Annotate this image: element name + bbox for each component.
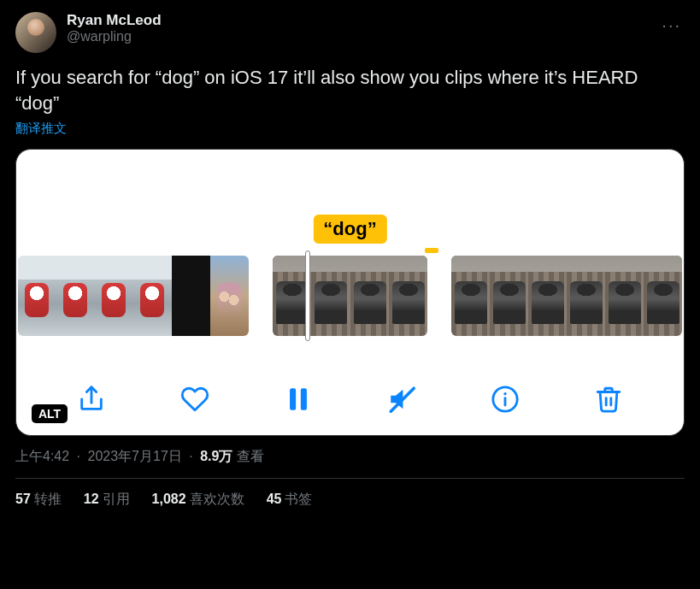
stats-row: 57转推 12引用 1,082喜欢次数 45书签: [15, 491, 685, 509]
trash-icon[interactable]: [591, 382, 626, 416]
video-frame: [133, 256, 172, 336]
media-card[interactable]: “dog”: [15, 149, 685, 436]
tweet-container: Ryan McLeod @warpling ··· If you search …: [0, 0, 700, 521]
translate-link[interactable]: 翻译推文: [15, 121, 67, 137]
views-count: 8.9万: [200, 449, 232, 463]
video-frame: [311, 256, 350, 336]
svg-rect-1: [301, 389, 307, 411]
video-frame: [644, 256, 682, 336]
share-icon[interactable]: [74, 382, 109, 416]
divider: [15, 478, 685, 479]
views-label: 查看: [237, 449, 264, 463]
video-frame: [389, 256, 427, 336]
video-frame: [350, 256, 389, 336]
tweet-header: Ryan McLeod @warpling ···: [15, 12, 685, 53]
video-frame: [567, 256, 605, 336]
alt-badge[interactable]: ALT: [32, 404, 68, 423]
avatar[interactable]: [15, 12, 56, 53]
video-frame: [528, 256, 567, 336]
playhead[interactable]: [305, 250, 310, 341]
video-frame: [18, 256, 56, 336]
video-frame: [95, 256, 133, 336]
mute-icon[interactable]: [385, 382, 419, 416]
handle: @warpling: [67, 29, 658, 44]
bookmarks-stat[interactable]: 45书签: [267, 491, 313, 509]
pause-icon[interactable]: [281, 382, 315, 416]
tweet-time[interactable]: 上午4:42: [15, 449, 69, 463]
video-frame: [451, 256, 490, 336]
video-frame: [56, 256, 95, 336]
clip-group[interactable]: [273, 256, 426, 336]
retweets-stat[interactable]: 57转推: [15, 491, 62, 509]
video-timeline[interactable]: [16, 256, 684, 336]
video-frame: [605, 256, 644, 336]
clip-group[interactable]: [18, 256, 249, 336]
info-icon[interactable]: [488, 382, 522, 416]
clip-group[interactable]: [451, 256, 682, 336]
more-button[interactable]: ···: [658, 12, 685, 38]
display-name: Ryan McLeod: [67, 12, 658, 29]
media-toolbar: [16, 382, 684, 416]
tooltip-marker: [425, 248, 438, 253]
video-frame: [172, 256, 210, 336]
search-term-tooltip: “dog”: [313, 215, 386, 244]
quotes-stat[interactable]: 12引用: [84, 491, 130, 509]
svg-rect-0: [290, 389, 296, 411]
tweet-text: If you search for “dog” on iOS 17 it’ll …: [15, 65, 685, 115]
video-frame: [490, 256, 528, 336]
tweet-meta: 上午4:42 · 2023年7月17日 · 8.9万 查看: [15, 448, 685, 466]
author-names[interactable]: Ryan McLeod @warpling: [67, 12, 658, 44]
likes-stat[interactable]: 1,082喜欢次数: [152, 491, 244, 509]
heart-icon[interactable]: [178, 382, 212, 416]
video-frame: [210, 256, 249, 336]
svg-point-5: [503, 392, 506, 395]
tweet-date[interactable]: 2023年7月17日: [88, 449, 182, 463]
